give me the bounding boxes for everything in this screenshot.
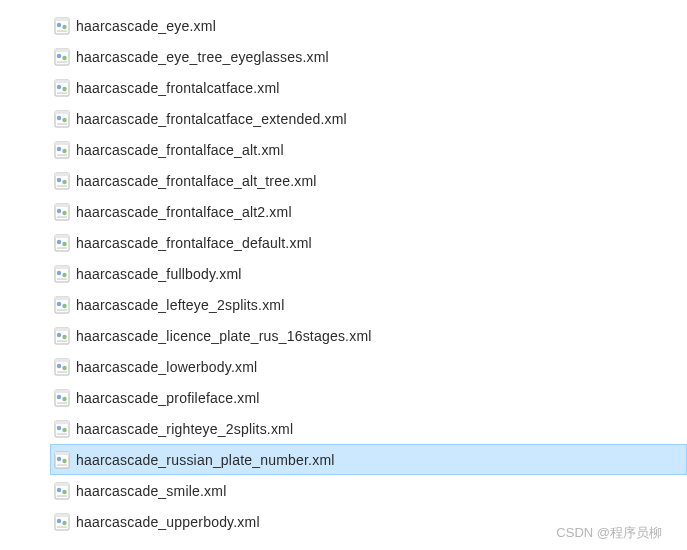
svg-rect-34 <box>57 216 67 217</box>
file-item[interactable]: haarcascade_lowerbody.xml <box>50 351 687 382</box>
svg-rect-1 <box>55 18 69 21</box>
svg-point-12 <box>57 84 61 88</box>
svg-point-82 <box>57 518 61 522</box>
file-name-label: haarcascade_frontalcatface.xml <box>76 80 280 96</box>
xml-file-icon <box>54 110 70 128</box>
file-name-label: haarcascade_lowerbody.xml <box>76 359 257 375</box>
file-name-label: haarcascade_fullbody.xml <box>76 266 242 282</box>
svg-point-32 <box>57 208 61 212</box>
file-name-label: haarcascade_frontalcatface_extended.xml <box>76 111 347 127</box>
watermark-text: CSDN @程序员柳 <box>556 524 662 542</box>
file-item[interactable]: haarcascade_frontalcatface_extended.xml <box>50 103 687 134</box>
file-item[interactable]: haarcascade_frontalface_default.xml <box>50 227 687 258</box>
file-name-label: haarcascade_profileface.xml <box>76 390 260 406</box>
file-item[interactable]: haarcascade_eye.xml <box>50 10 687 41</box>
xml-file-icon <box>54 296 70 314</box>
xml-file-icon <box>54 17 70 35</box>
svg-rect-6 <box>55 49 69 52</box>
file-item[interactable]: haarcascade_smile.xml <box>50 475 687 506</box>
svg-rect-64 <box>57 402 67 403</box>
file-item[interactable]: haarcascade_frontalface_alt_tree.xml <box>50 165 687 196</box>
svg-point-77 <box>57 487 61 491</box>
svg-rect-21 <box>55 142 69 145</box>
file-name-label: haarcascade_eye_tree_eyeglasses.xml <box>76 49 329 65</box>
svg-point-28 <box>62 179 66 183</box>
svg-rect-31 <box>55 204 69 207</box>
svg-point-3 <box>62 24 66 28</box>
svg-rect-39 <box>57 247 67 248</box>
svg-point-62 <box>57 394 61 398</box>
svg-point-22 <box>57 146 61 150</box>
svg-point-8 <box>62 55 66 59</box>
svg-point-48 <box>62 303 66 307</box>
xml-file-icon <box>54 203 70 221</box>
svg-rect-69 <box>57 433 67 434</box>
svg-rect-49 <box>57 309 67 310</box>
file-name-label: haarcascade_licence_plate_rus_16stages.x… <box>76 328 372 344</box>
svg-rect-29 <box>57 185 67 186</box>
xml-file-icon <box>54 513 70 531</box>
file-list: haarcascade_eye.xml haarcascade_eye_tree… <box>50 10 687 537</box>
file-item[interactable]: haarcascade_frontalcatface.xml <box>50 72 687 103</box>
xml-file-icon <box>54 265 70 283</box>
svg-point-23 <box>62 148 66 152</box>
svg-point-43 <box>62 272 66 276</box>
svg-point-38 <box>62 241 66 245</box>
file-item[interactable]: haarcascade_licence_plate_rus_16stages.x… <box>50 320 687 351</box>
xml-file-icon <box>54 79 70 97</box>
file-item[interactable]: haarcascade_russian_plate_number.xml <box>50 444 687 475</box>
xml-file-icon <box>54 420 70 438</box>
file-name-label: haarcascade_frontalface_alt.xml <box>76 142 284 158</box>
svg-rect-56 <box>55 359 69 362</box>
file-item[interactable]: haarcascade_frontalface_alt.xml <box>50 134 687 165</box>
xml-file-icon <box>54 141 70 159</box>
svg-rect-74 <box>57 464 67 465</box>
file-name-label: haarcascade_lefteye_2splits.xml <box>76 297 285 313</box>
svg-point-83 <box>62 520 66 524</box>
file-name-label: haarcascade_frontalface_alt2.xml <box>76 204 292 220</box>
xml-file-icon <box>54 482 70 500</box>
svg-point-17 <box>57 115 61 119</box>
svg-rect-11 <box>55 80 69 83</box>
svg-point-57 <box>57 363 61 367</box>
svg-rect-71 <box>55 452 69 455</box>
svg-rect-61 <box>55 390 69 393</box>
file-item[interactable]: haarcascade_fullbody.xml <box>50 258 687 289</box>
svg-point-13 <box>62 86 66 90</box>
svg-rect-41 <box>55 266 69 269</box>
xml-file-icon <box>54 389 70 407</box>
svg-rect-84 <box>57 526 67 527</box>
svg-point-53 <box>62 334 66 338</box>
xml-file-icon <box>54 451 70 469</box>
file-name-label: haarcascade_upperbody.xml <box>76 514 260 530</box>
svg-rect-51 <box>55 328 69 331</box>
file-item[interactable]: haarcascade_lefteye_2splits.xml <box>50 289 687 320</box>
svg-point-73 <box>62 458 66 462</box>
svg-rect-16 <box>55 111 69 114</box>
file-name-label: haarcascade_righteye_2splits.xml <box>76 421 293 437</box>
xml-file-icon <box>54 358 70 376</box>
svg-rect-59 <box>57 371 67 372</box>
svg-rect-4 <box>57 30 67 31</box>
file-name-label: haarcascade_frontalface_default.xml <box>76 235 312 251</box>
svg-rect-9 <box>57 61 67 62</box>
file-item[interactable]: haarcascade_profileface.xml <box>50 382 687 413</box>
svg-rect-19 <box>57 123 67 124</box>
svg-point-67 <box>57 425 61 429</box>
svg-rect-81 <box>55 514 69 517</box>
file-item[interactable]: haarcascade_eye_tree_eyeglasses.xml <box>50 41 687 72</box>
svg-point-7 <box>57 53 61 57</box>
svg-point-72 <box>57 456 61 460</box>
svg-point-18 <box>62 117 66 121</box>
svg-rect-14 <box>57 92 67 93</box>
svg-point-68 <box>62 427 66 431</box>
svg-point-52 <box>57 332 61 336</box>
file-item[interactable]: haarcascade_frontalface_alt2.xml <box>50 196 687 227</box>
svg-point-2 <box>57 22 61 26</box>
file-name-label: haarcascade_eye.xml <box>76 18 216 34</box>
file-item[interactable]: haarcascade_righteye_2splits.xml <box>50 413 687 444</box>
xml-file-icon <box>54 48 70 66</box>
svg-rect-36 <box>55 235 69 238</box>
svg-point-78 <box>62 489 66 493</box>
file-name-label: haarcascade_smile.xml <box>76 483 226 499</box>
